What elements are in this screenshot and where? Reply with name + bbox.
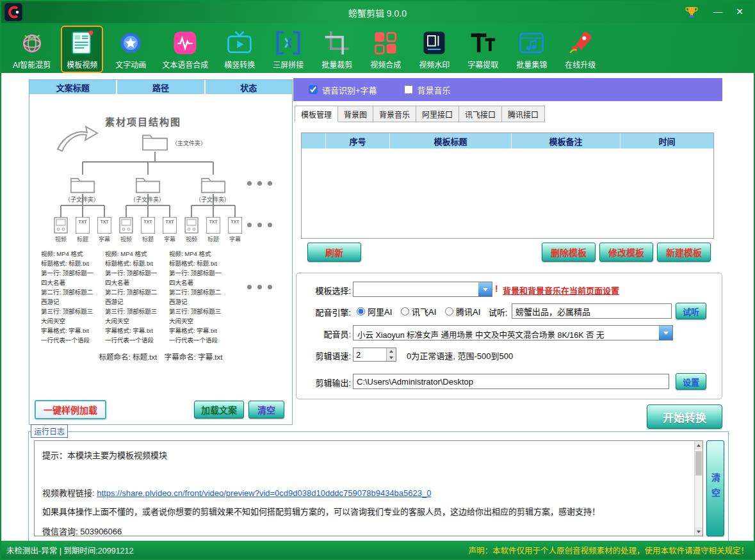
batch-crop-icon <box>322 28 352 58</box>
refresh-button[interactable]: 刷新 <box>307 243 361 262</box>
load-copy-button[interactable]: 加载文案 <box>194 401 244 419</box>
text-animation-icon <box>116 28 145 58</box>
diagram-text-line: 标题格式: 标题.txt <box>169 259 233 268</box>
option-label: 背景音乐 <box>418 84 451 96</box>
minimize-button[interactable]: — <box>709 4 727 19</box>
column-header-path[interactable]: 路径 <box>117 80 204 94</box>
toolbar-item-label: 在线升级 <box>565 59 596 70</box>
new-template-button[interactable]: 新建模板 <box>657 243 711 262</box>
diagram-text-line: 第三行: 顶部标题三 <box>41 307 105 316</box>
engine-tencent-radio[interactable]: 腾讯AI <box>445 305 480 317</box>
diagram-text-line: 视频: MP4 格式 <box>105 249 169 259</box>
column-header-title[interactable]: 文案标题 <box>29 80 116 94</box>
run-log-panel: 提示：本模块主要为模板视频模块 视频教程链接: https://share.pl… <box>28 431 729 541</box>
voice-actor-select[interactable]: 小云 Xiaoyun 标准女声 通用场景 中文及中英文混合场景 8K/16K 否… <box>353 325 673 340</box>
toolbar-item-text-animation[interactable]: 文字动画 <box>110 26 152 73</box>
clear-log-button[interactable]: 清空 <box>706 440 724 536</box>
template-video-icon <box>67 28 97 58</box>
toolbar-item-batch-crop[interactable]: 批量裁剪 <box>316 26 358 73</box>
modify-template-button[interactable]: 修改模板 <box>599 243 653 262</box>
scrollbar-thumb[interactable] <box>695 451 702 476</box>
column-header-status[interactable]: 状态 <box>206 80 292 94</box>
toolbar-item-upgrade[interactable]: 在线升级 <box>559 26 601 73</box>
diagram-text-line: 第一行: 顶部标题一 <box>105 268 169 278</box>
sample-load-button[interactable]: 一键样例加载 <box>35 400 106 419</box>
txt-badge: TXT <box>209 220 217 233</box>
delete-template-button[interactable]: 删除模板 <box>542 243 596 262</box>
template-select-label: 模板选择: <box>296 284 351 296</box>
tab-xunfei-api[interactable]: 讯飞接口 <box>459 106 502 122</box>
chevron-down-icon[interactable] <box>478 282 492 296</box>
template-table: 序号 模板标题 模板备注 时间 <box>301 132 714 239</box>
run-log-text[interactable]: 提示：本模块主要为模板视频模块 视频教程链接: https://share.pl… <box>34 440 703 536</box>
video-file-icon <box>184 217 199 234</box>
column-header-template-note[interactable]: 模板备注 <box>512 133 621 148</box>
toolbar-item-tts[interactable]: 文本语音合成 <box>158 26 212 73</box>
column-header-time[interactable]: 时间 <box>621 133 713 148</box>
toolbar-item-template-video[interactable]: 模板视频 <box>61 26 103 73</box>
log-link-prefix: 视频教程链接: <box>42 488 95 498</box>
toolbar-item-label: 三屏拼接 <box>273 59 304 70</box>
column-header-template-title[interactable]: 模板标题 <box>390 133 512 148</box>
toolbar-item-ai-mix[interactable]: AI智能混剪 <box>9 26 54 73</box>
speech-subtitle-option[interactable]: 语音识别+字幕 <box>309 84 377 96</box>
batch-highlight-icon <box>517 28 546 58</box>
diagram-text-line: 一行代表一个语段 <box>41 335 105 345</box>
speed-input[interactable] <box>353 348 387 361</box>
output-path-input[interactable] <box>353 374 669 389</box>
tab-background-image[interactable]: 背景图 <box>337 106 373 122</box>
toolbar-item-watermark[interactable]: 视频水印 <box>413 26 455 73</box>
toolbar-item-label: 横竖转换 <box>224 59 255 70</box>
clear-copy-button[interactable]: 清空 <box>248 401 284 419</box>
tab-tencent-api[interactable]: 腾讯接口 <box>501 106 545 122</box>
audition-button[interactable]: 试听 <box>676 303 706 319</box>
diagram-text-line: 一行代表一个语段 <box>169 335 233 345</box>
toolbar-item-three-screen[interactable]: 三屏拼接 <box>267 26 309 73</box>
status-bar: 未检测出-异常 | 到期时间:20991212 声明：本软件仅用于个人原创音视频… <box>1 541 754 559</box>
chevron-down-icon[interactable] <box>659 326 672 340</box>
column-header-blank[interactable] <box>302 133 326 148</box>
template-table-body[interactable] <box>302 148 713 238</box>
toolbar-item-video-merge[interactable]: 视频合成 <box>364 26 407 73</box>
audition-text-input[interactable] <box>512 303 672 319</box>
three-screen-icon <box>273 28 303 58</box>
diagram-text-line: 四大名著 <box>169 278 233 287</box>
bgm-checkbox[interactable] <box>404 85 413 94</box>
column-header-index[interactable]: 序号 <box>326 133 390 148</box>
scroll-down-icon[interactable] <box>695 527 702 536</box>
toolbar-item-hv-convert[interactable]: 横竖转换 <box>218 26 261 73</box>
status-disclaimer: 声明：本软件仅用于个人原创音视频素材的处理，使用本软件请遵守相关规定！ <box>468 544 749 556</box>
engine-ali-radio[interactable]: 阿里AI <box>357 305 392 317</box>
bgm-option[interactable]: 背景音乐 <box>404 84 451 96</box>
engine-xunfei-radio[interactable]: 讯飞AI <box>401 305 436 317</box>
close-button[interactable]: ✕ <box>731 4 749 19</box>
tab-background-music[interactable]: 背景音乐 <box>373 106 416 122</box>
speech-subtitle-checkbox[interactable] <box>309 85 318 94</box>
watermark-icon <box>419 28 449 58</box>
upgrade-rocket-icon <box>565 28 595 58</box>
toolbar-item-batch-highlight[interactable]: 批量集锦 <box>510 26 553 73</box>
txt-badge: TXT <box>165 220 174 233</box>
output-settings-button[interactable]: 设置 <box>676 373 706 390</box>
scroll-up-icon[interactable] <box>695 441 702 449</box>
file-label: 字幕 <box>99 235 110 243</box>
format-text-column: 视频: MP4 格式标题格式: 标题.txt第一行: 顶部标题一四大名著第二行:… <box>41 249 105 345</box>
tab-template-manage[interactable]: 模板管理 <box>295 106 338 122</box>
tab-ali-api[interactable]: 阿里接口 <box>416 106 459 122</box>
tutorial-link[interactable]: https://share.plvideo.cn/front/video/pre… <box>97 488 431 498</box>
trophy-icon[interactable] <box>685 5 699 19</box>
stepper-arrows[interactable] <box>386 348 396 361</box>
template-select[interactable] <box>353 282 492 297</box>
diagram-text-line: 第二行: 顶部标题二 <box>105 287 169 297</box>
ellipsis-dots <box>247 223 272 227</box>
template-table-header: 序号 模板标题 模板备注 时间 <box>302 133 713 148</box>
subtitle-extract-icon <box>468 28 498 58</box>
format-text-column: 视频: MP4 格式标题格式: 标题.txt第一行: 顶部标题一四大名著第二行:… <box>105 249 169 345</box>
warning-mark: ! <box>495 284 498 294</box>
diagram-text-line: 四大名著 <box>105 278 169 287</box>
copy-list-headers: 文案标题 路径 状态 <box>29 80 292 94</box>
speed-stepper[interactable] <box>353 348 396 362</box>
log-scrollbar[interactable] <box>694 441 702 536</box>
toolbar-item-subtitle-extract[interactable]: 字幕提取 <box>462 26 504 73</box>
start-convert-button[interactable]: 开始转换 <box>647 404 722 429</box>
